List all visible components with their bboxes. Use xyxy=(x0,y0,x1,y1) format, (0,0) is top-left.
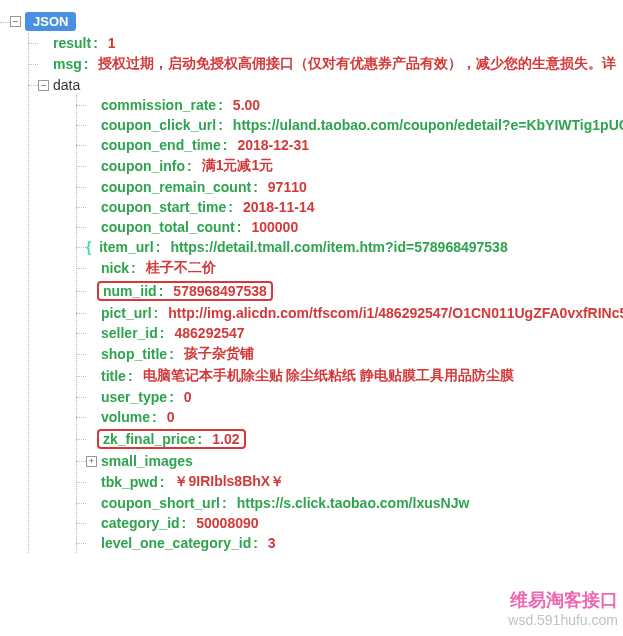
data-node[interactable]: – data xyxy=(38,75,623,95)
field-coupon-click-url: coupon_click_url:https://uland.taobao.co… xyxy=(86,115,623,135)
field-shop-title: shop_title:孩子杂货铺 xyxy=(86,343,623,365)
field-user-type: user_type:0 xyxy=(86,387,623,407)
small-images-node[interactable]: +small_images xyxy=(86,451,623,471)
field-tbk-pwd: tbk_pwd:￥9IRIbls8BhX￥ xyxy=(86,471,623,493)
json-tree: – JSON result: 1 msg: 授权过期，启动免授权高佣接口（仅对有… xyxy=(10,10,623,553)
field-pict-url: pict_url:http://img.alicdn.com/tfscom/i1… xyxy=(86,303,623,323)
field-coupon-end-time: coupon_end_time:2018-12-31 xyxy=(86,135,623,155)
key: result xyxy=(53,35,91,51)
field-title: title:电脑笔记本手机除尘贴 除尘纸粘纸 静电贴膜工具用品防尘膜 xyxy=(86,365,623,387)
field-result: result: 1 xyxy=(38,33,623,53)
expand-icon[interactable]: + xyxy=(86,456,97,467)
brace-icon: { xyxy=(86,239,91,255)
key: data xyxy=(53,77,80,93)
field-msg: msg: 授权过期，启动免授权高佣接口（仅对有优惠券产品有效），减少您的生意损失… xyxy=(38,53,623,75)
key: msg xyxy=(53,56,82,72)
field-coupon-remain-count: coupon_remain_count:97110 xyxy=(86,177,623,197)
field-nick: nick:桂子不二价 xyxy=(86,257,623,279)
highlight-box: num_iid:578968497538 xyxy=(97,281,273,301)
value: 授权过期，启动免授权高佣接口（仅对有优惠券产品有效），减少您的生意损失。详 xyxy=(98,55,616,73)
value: 1 xyxy=(108,35,116,51)
field-zk-final-price: zk_final_price:1.02 xyxy=(86,427,623,451)
field-volume: volume:0 xyxy=(86,407,623,427)
field-commission-rate: commission_rate:5.00 xyxy=(86,95,623,115)
root-node[interactable]: – JSON xyxy=(10,10,623,33)
json-badge: JSON xyxy=(25,12,76,31)
field-seller-id: seller_id:486292547 xyxy=(86,323,623,343)
field-coupon-total-count: coupon_total_count:100000 xyxy=(86,217,623,237)
field-coupon-short-url: coupon_short_url:https://s.click.taobao.… xyxy=(86,493,623,513)
field-level-one-category-id: level_one_category_id:3 xyxy=(86,533,623,553)
field-item-url: { item_url:https://detail.tmall.com/item… xyxy=(86,237,623,257)
field-coupon-info: coupon_info:满1元减1元 xyxy=(86,155,623,177)
field-num-iid: num_iid:578968497538 xyxy=(86,279,623,303)
collapse-icon[interactable]: – xyxy=(38,80,49,91)
highlight-box: zk_final_price:1.02 xyxy=(97,429,246,449)
field-category-id: category_id:50008090 xyxy=(86,513,623,533)
collapse-icon[interactable]: – xyxy=(10,16,21,27)
field-coupon-start-time: coupon_start_time:2018-11-14 xyxy=(86,197,623,217)
